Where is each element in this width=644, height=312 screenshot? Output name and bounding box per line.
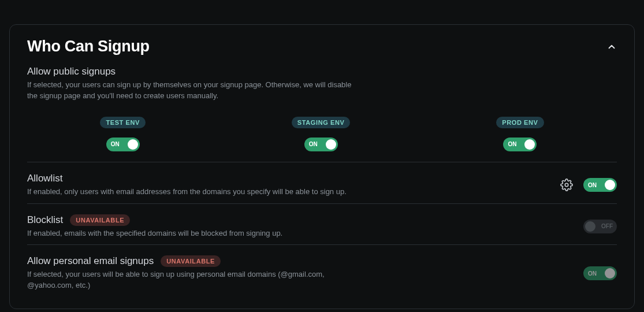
allow-public-signups-setting: Allow public signups If selected, your u…: [27, 66, 617, 151]
divider: [27, 162, 617, 162]
divider: [27, 244, 617, 245]
env-badge-test: TEST ENV: [100, 117, 146, 128]
toggle-personal-email: ON: [583, 266, 617, 280]
toggle-knob: [524, 139, 535, 150]
chevron-up-icon[interactable]: [606, 42, 617, 52]
allowlist-setting: Allowlist If enabled, only users with em…: [27, 173, 617, 198]
setting-desc: If selected, your users can sign up by t…: [27, 80, 362, 102]
toggle-allowlist[interactable]: ON: [583, 178, 617, 192]
toggle-label: OFF: [601, 223, 613, 229]
toggle-prod-env[interactable]: ON: [503, 138, 537, 151]
toggle-label: ON: [508, 141, 516, 147]
unavailable-badge: UNAVAILABLE: [161, 255, 221, 267]
setting-title: Blocklist: [27, 214, 63, 226]
toggle-label: ON: [588, 182, 597, 188]
setting-desc: If selected, your users will be able to …: [27, 269, 362, 291]
setting-desc: If enabled, only users with email addres…: [27, 187, 362, 198]
env-badge-prod: PROD ENV: [496, 117, 544, 128]
toggle-label: ON: [111, 141, 120, 147]
personal-email-setting: Allow personal email signups UNAVAILABLE…: [27, 255, 617, 291]
setting-title: Allowlist: [27, 173, 551, 184]
svg-point-0: [565, 183, 568, 187]
toggle-test-env[interactable]: ON: [106, 138, 140, 151]
gear-icon[interactable]: [560, 179, 573, 191]
toggle-label: ON: [588, 270, 597, 277]
toggle-knob: [326, 139, 336, 150]
toggle-blocklist: OFF: [583, 220, 617, 233]
toggle-label: ON: [309, 141, 318, 147]
setting-title: Allow personal email signups: [27, 255, 154, 267]
blocklist-setting: Blocklist UNAVAILABLE If enabled, emails…: [27, 214, 617, 239]
toggle-knob: [605, 180, 615, 190]
toggle-knob: [585, 221, 595, 232]
unavailable-badge: UNAVAILABLE: [70, 214, 130, 226]
env-staging: STAGING ENV ON: [292, 117, 351, 151]
toggle-staging-env[interactable]: ON: [304, 138, 338, 151]
toggle-knob: [605, 268, 615, 278]
who-can-signup-card: Who Can Signup Allow public signups If s…: [9, 24, 635, 309]
divider: [27, 203, 617, 204]
card-header: Who Can Signup: [27, 38, 617, 55]
env-badge-staging: STAGING ENV: [292, 117, 351, 128]
setting-title: Allow public signups: [27, 66, 617, 77]
toggle-knob: [128, 139, 138, 150]
env-test: TEST ENV ON: [100, 117, 146, 151]
setting-desc: If enabled, emails with the specified do…: [27, 228, 362, 239]
env-prod: PROD ENV ON: [496, 117, 544, 151]
environment-toggle-row: TEST ENV ON STAGING ENV ON PROD ENV ON: [27, 117, 617, 151]
section-title: Who Can Signup: [27, 38, 150, 55]
